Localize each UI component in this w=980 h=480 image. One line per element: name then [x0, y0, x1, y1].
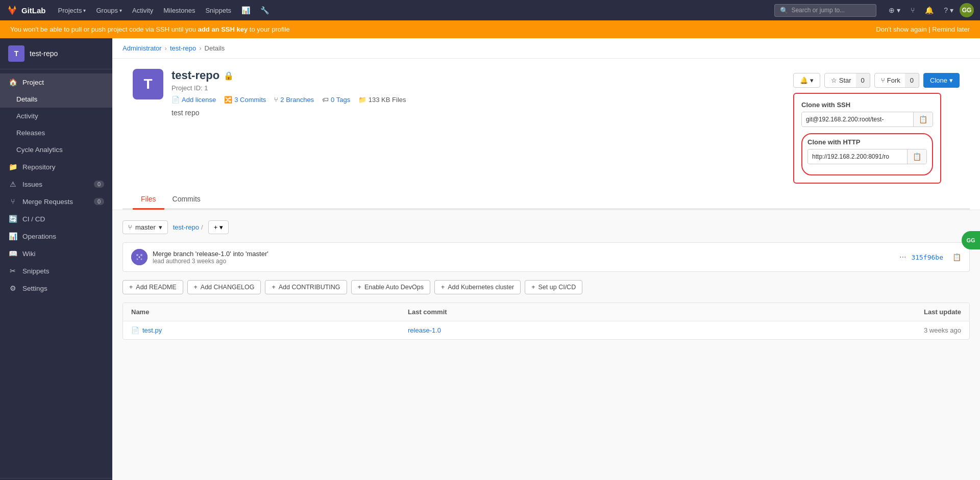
- star-button[interactable]: ☆ Star: [824, 73, 858, 88]
- add-changelog-button[interactable]: + Add CHANGELOG: [187, 280, 261, 294]
- sidebar-item-repository[interactable]: 📁 Repository: [0, 158, 112, 175]
- last-commit-box: Merge branch 'release-1.0' into 'master'…: [122, 242, 970, 272]
- sidebar-item-wiki[interactable]: 📖 Wiki: [0, 245, 112, 262]
- user-avatar[interactable]: GG: [960, 3, 974, 17]
- file-table-header: Name Last commit Last update: [123, 303, 969, 321]
- notifications-button[interactable]: 🔔 ▾: [793, 73, 820, 88]
- sidebar-project-header[interactable]: T test-repo: [0, 38, 112, 69]
- commits-link[interactable]: 🔀 3 Commits: [224, 96, 266, 104]
- add-contributing-button[interactable]: + Add CONTRIBUTING: [265, 280, 347, 294]
- svg-point-5: [141, 259, 142, 260]
- add-license-link[interactable]: 📄 Add license: [172, 96, 216, 104]
- commit-message: Merge branch 'release-1.0' into 'master': [153, 250, 894, 258]
- branches-link[interactable]: ⑂ 2 Branches: [274, 96, 314, 104]
- branch-row: ⑂ master ▾ test-repo / + ▾: [122, 220, 970, 234]
- clone-http-copy-button[interactable]: 📋: [907, 149, 926, 164]
- add-ssh-key-link[interactable]: add an SSH key: [198, 26, 248, 33]
- nav-projects[interactable]: Projects ▾: [54, 5, 90, 16]
- collapse-sidebar-button[interactable]: « Collapse sidebar: [0, 478, 112, 480]
- clone-ssh-input[interactable]: [802, 113, 913, 126]
- gitlab-logo[interactable]: GitLab: [6, 4, 46, 16]
- sidebar-label-activity: Activity: [16, 112, 38, 120]
- nav-chart-icon[interactable]: 📊: [237, 4, 254, 16]
- sidebar-item-releases[interactable]: Releases: [0, 124, 112, 141]
- file-last-update: 3 weeks ago: [684, 326, 961, 334]
- sidebar-item-cycle-analytics[interactable]: Cycle Analytics: [0, 141, 112, 158]
- sidebar-item-snippets[interactable]: ✂ Snippets: [0, 262, 112, 280]
- clone-http-input[interactable]: [808, 150, 907, 163]
- breadcrumb-admin[interactable]: Administrator: [122, 44, 162, 52]
- home-icon: 🏠: [8, 78, 17, 86]
- search-box[interactable]: 🔍 Search or jump to...: [774, 4, 876, 17]
- commit-avatar-svg: [131, 249, 148, 265]
- project-header: T test-repo 🔒 Project ID: 1 📄 Add licens…: [112, 59, 980, 210]
- tab-files[interactable]: Files: [133, 190, 164, 210]
- right-bubble[interactable]: GG: [962, 231, 980, 249]
- nav-milestones[interactable]: Milestones: [159, 5, 199, 16]
- sidebar-item-project[interactable]: 🏠 Project: [0, 73, 112, 91]
- dont-show-again-link[interactable]: Don't show again: [876, 26, 926, 33]
- action-buttons-row: 🔔 ▾ ☆ Star 0 ⑂ Fork 0 Clone ▾: [793, 73, 960, 88]
- issues-badge: 0: [94, 181, 104, 188]
- setup-cicd-button[interactable]: + Set up CI/CD: [525, 280, 582, 294]
- sidebar-item-issues[interactable]: ⚠ Issues 0: [0, 175, 112, 193]
- add-changelog-icon: +: [194, 284, 198, 291]
- tags-link[interactable]: 🏷 0 Tags: [322, 96, 350, 104]
- sidebar-item-cicd[interactable]: 🔄 CI / CD: [0, 210, 112, 228]
- commit-hash-copy-button[interactable]: 📋: [952, 253, 961, 261]
- add-file-button[interactable]: + ▾: [208, 220, 229, 234]
- add-kubernetes-button[interactable]: + Add Kubernetes cluster: [434, 280, 521, 294]
- add-changelog-label: Add CHANGELOG: [201, 284, 255, 291]
- project-description: test repo: [172, 109, 785, 117]
- breadcrumb-details: Details: [205, 44, 225, 52]
- commit-more-icon[interactable]: ···: [899, 252, 906, 262]
- enable-devops-button[interactable]: + Enable Auto DevOps: [351, 280, 430, 294]
- quick-actions: + Add README + Add CHANGELOG + Add CONTR…: [122, 280, 970, 294]
- clone-http-label: Clone with HTTP: [807, 138, 927, 146]
- clone-ssh-copy-button[interactable]: 📋: [913, 112, 933, 127]
- commit-author[interactable]: lead: [153, 258, 164, 265]
- clone-button[interactable]: Clone ▾: [923, 73, 960, 88]
- nav-groups[interactable]: Groups ▾: [92, 5, 126, 16]
- fork-count: 0: [905, 73, 919, 88]
- branch-name: master: [135, 223, 156, 231]
- cicd-icon: 🔄: [8, 215, 17, 223]
- main-layout: T test-repo 🏠 Project Details Activity R…: [0, 38, 980, 480]
- svg-point-1: [136, 254, 138, 256]
- file-name[interactable]: 📄 test.py: [131, 326, 408, 334]
- nav-links: Projects ▾ Groups ▾ Activity Milestones …: [54, 4, 274, 16]
- setup-cicd-label: Set up CI/CD: [538, 284, 576, 291]
- add-kubernetes-label: Add Kubernetes cluster: [448, 284, 514, 291]
- svg-point-3: [139, 257, 140, 258]
- sidebar-item-operations[interactable]: 📊 Operations: [0, 228, 112, 245]
- add-contributing-icon: +: [272, 284, 275, 291]
- commit-hash[interactable]: 315f96be: [911, 254, 943, 261]
- breadcrumb-sep1: ›: [165, 44, 167, 52]
- nav-activity[interactable]: Activity: [128, 5, 157, 16]
- nav-snippets[interactable]: Snippets: [201, 5, 235, 16]
- remind-later-link[interactable]: Remind later: [932, 26, 970, 33]
- fork-button[interactable]: ⑂ Fork: [874, 73, 907, 88]
- star-button-group: ☆ Star 0: [824, 73, 870, 88]
- path-project[interactable]: test-repo: [173, 223, 199, 231]
- add-readme-button[interactable]: + Add README: [122, 280, 183, 294]
- nav-issues-icon[interactable]: 🔔: [921, 4, 938, 16]
- branch-selector[interactable]: ⑂ master ▾: [122, 220, 168, 234]
- nav-help-icon[interactable]: ? ▾: [940, 4, 958, 16]
- merge-requests-badge: 0: [94, 198, 104, 205]
- sidebar-item-activity[interactable]: Activity: [0, 108, 112, 124]
- nav-merge-icon[interactable]: ⑂: [906, 4, 919, 16]
- sidebar-item-merge-requests[interactable]: ⑂ Merge Requests 0: [0, 193, 112, 210]
- breadcrumb-repo[interactable]: test-repo: [170, 44, 196, 52]
- nav-new-icon[interactable]: ⊕ ▾: [885, 4, 904, 16]
- wiki-icon: 📖: [8, 249, 17, 258]
- sidebar-label-wiki: Wiki: [22, 250, 36, 258]
- sidebar-item-details[interactable]: Details: [0, 91, 112, 108]
- nav-wrench-icon[interactable]: 🔧: [256, 4, 273, 16]
- fork-label: Fork: [887, 77, 900, 84]
- project-meta: 📄 Add license 🔀 3 Commits ⑂ 2 Branches 🏷…: [172, 96, 785, 104]
- col-last-update: Last update: [684, 308, 961, 316]
- sidebar-item-settings[interactable]: ⚙ Settings: [0, 280, 112, 297]
- tab-commits[interactable]: Commits: [164, 190, 209, 210]
- file-last-commit[interactable]: release-1.0: [408, 326, 684, 334]
